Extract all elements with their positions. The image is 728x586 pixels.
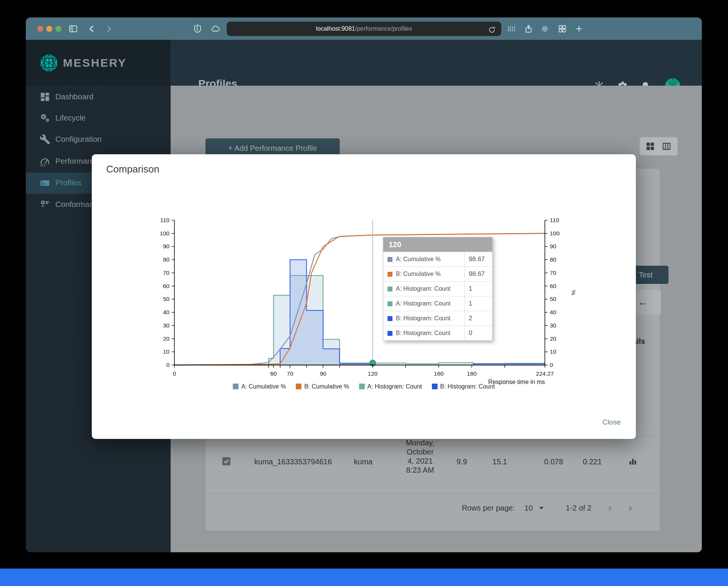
tooltip-series-value: 2 — [464, 311, 492, 326]
series-swatch — [388, 272, 392, 277]
close-icon[interactable] — [37, 26, 43, 32]
tooltip-series-label: A: Histogram: Count — [396, 300, 464, 307]
back-icon[interactable] — [88, 24, 97, 33]
series-swatch — [388, 331, 392, 336]
comparison-chart[interactable]: 0010102020303040405050606070708080909010… — [92, 154, 636, 404]
sidebar-item-label: Dashboard — [55, 92, 93, 101]
url-bar[interactable]: localhost:9081/performance/profiles — [227, 22, 501, 36]
legend-swatch — [359, 384, 365, 389]
axis-tick-label: 10 — [550, 348, 557, 355]
legend-label: A: Cumulative % — [241, 383, 286, 390]
legend-swatch — [233, 384, 238, 389]
tooltip-series-label: B: Cumulative % — [396, 271, 464, 277]
axis-tick-label: 40 — [163, 309, 170, 315]
tooltip-title: 120 — [383, 237, 492, 252]
series-swatch — [388, 301, 392, 306]
tooltip-series-label: B: Histogram: Count — [396, 315, 464, 322]
url-host: localhost:9081 — [316, 25, 355, 32]
axis-tick-label: 224.27 — [536, 370, 554, 377]
tooltip-series-value: 98.67 — [464, 267, 492, 281]
forward-icon[interactable] — [104, 24, 113, 33]
series-swatch — [388, 287, 392, 291]
sidebar-toggle-icon[interactable] — [69, 24, 78, 33]
fullscreen-icon[interactable] — [55, 26, 61, 32]
axis-tick-label: 80 — [550, 256, 557, 263]
profiles-icon — [39, 177, 50, 188]
series-swatch — [388, 257, 392, 262]
axis-tick-label: 80 — [163, 256, 170, 263]
axis-tick-label: 20 — [550, 335, 557, 342]
tab-grid-icon[interactable] — [558, 24, 567, 33]
tooltip-row: B: Histogram: Count0 — [383, 326, 492, 340]
axis-tick-label: 40 — [550, 309, 557, 315]
legend-swatch — [432, 384, 438, 389]
legend-label: B: Cumulative % — [304, 383, 349, 390]
legend-item[interactable]: A: Histogram: Count — [359, 383, 422, 390]
grid-dots-icon[interactable] — [507, 24, 516, 33]
tooltip-series-label: B: Histogram: Count — [396, 330, 464, 337]
axis-tick-label: 110 — [550, 217, 559, 223]
tooltip-series-value: 98.67 — [464, 252, 492, 266]
sidebar-item-configuration[interactable]: Configuration — [26, 129, 171, 150]
app-header: MESHERY Profiles — [26, 40, 702, 86]
browser-window: localhost:9081/performance/profiles — [26, 17, 702, 552]
share-icon[interactable] — [524, 24, 533, 33]
brand-name: MESHERY — [63, 56, 127, 69]
axis-tick-label: 60 — [550, 283, 557, 289]
axis-tick-label: 10 — [163, 348, 170, 355]
axis-tick-label: 0 — [173, 370, 176, 377]
shield-icon[interactable] — [193, 24, 202, 33]
legend-label: A: Histogram: Count — [367, 383, 422, 390]
axis-tick-label: 70 — [163, 269, 170, 276]
minimize-icon[interactable] — [46, 26, 52, 32]
meshery-logo-icon — [39, 53, 59, 73]
sidebar-item-label: Lifecycle — [55, 113, 86, 122]
chart-tooltip: 120 A: Cumulative %98.67B: Cumulative %9… — [383, 237, 493, 341]
axis-tick-label: 90 — [550, 243, 557, 249]
axis-tick-label: 100 — [550, 230, 560, 237]
reload-icon[interactable] — [488, 25, 496, 33]
axis-tick-label: 30 — [163, 322, 170, 329]
axis-tick-label: 110 — [160, 217, 169, 223]
lifecycle-icon — [39, 113, 50, 124]
sidebar-item-label: Configuration — [55, 135, 102, 144]
performance-icon: SMP — [39, 156, 50, 167]
axis-tick-label: 0 — [166, 362, 169, 368]
axis-tick-label: 0 — [550, 362, 553, 368]
new-tab-icon[interactable] — [574, 24, 584, 33]
axis-tick-label: 120 — [368, 370, 378, 377]
cloud-icon[interactable] — [211, 24, 220, 33]
legend-item[interactable]: B: Cumulative % — [296, 383, 349, 390]
axis-tick-label: 30 — [550, 322, 557, 329]
close-button[interactable]: Close — [602, 418, 621, 426]
legend-item[interactable]: B: Histogram: Count — [432, 383, 495, 390]
svg-text:SMP: SMP — [40, 164, 46, 167]
chart-legend: A: Cumulative %B: Cumulative %A: Histogr… — [92, 383, 636, 390]
series-swatch — [388, 316, 392, 321]
tooltip-series-value: 0 — [464, 326, 492, 340]
tooltip-row: A: Histogram: Count1 — [383, 296, 492, 311]
axis-tick-label: 100 — [160, 230, 169, 237]
tooltip-series-label: A: Cumulative % — [396, 256, 464, 263]
tooltip-row: B: Histogram: Count2 — [383, 311, 492, 326]
settings-icon[interactable] — [540, 24, 549, 33]
sidebar-item-dashboard[interactable]: Dashboard — [26, 86, 171, 108]
sidebar-item-lifecycle[interactable]: Lifecycle — [26, 108, 171, 129]
tooltip-row: A: Cumulative %98.67 — [383, 252, 492, 266]
axis-tick-label: 90 — [163, 243, 170, 249]
axis-tick-label: 50 — [163, 296, 170, 302]
dashboard-icon — [39, 91, 50, 102]
axis-tick-label: 90 — [320, 370, 326, 377]
axis-tick-label: 20 — [163, 335, 170, 342]
comparison-modal: Comparison 00101020203030404050506060707… — [92, 154, 636, 439]
tooltip-series-value: 1 — [464, 282, 492, 296]
url-path: /performance/profiles — [355, 25, 412, 32]
tooltip-series-label: A: Histogram: Count — [396, 285, 464, 292]
axis-tick-label: 60 — [270, 370, 277, 377]
tooltip-row: B: Cumulative %98.67 — [383, 266, 492, 281]
axis-tick-label: 70 — [550, 269, 557, 276]
bottom-bar — [0, 569, 728, 586]
conformance-icon — [39, 199, 50, 210]
meshery-logo[interactable]: MESHERY — [26, 40, 171, 86]
legend-item[interactable]: A: Cumulative % — [233, 383, 286, 390]
